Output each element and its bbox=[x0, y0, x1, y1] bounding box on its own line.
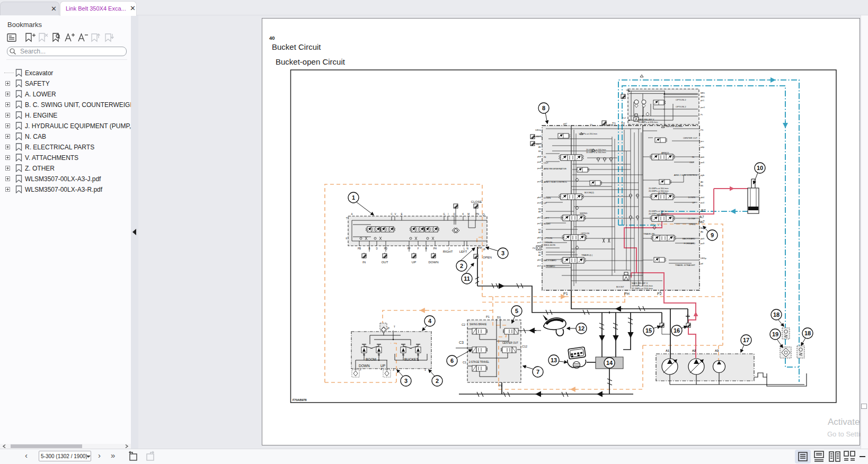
svg-text:A7: A7 bbox=[699, 215, 704, 219]
svg-text:PF: PF bbox=[408, 247, 411, 250]
svg-text:A6: A6 bbox=[701, 181, 704, 183]
svg-text:B7: B7 bbox=[701, 209, 706, 212]
svg-text:20.6MPa at 63L/min: 20.6MPa at 63L/min bbox=[638, 121, 658, 123]
svg-text:17: 17 bbox=[743, 337, 749, 343]
svg-text:RIGHT: RIGHT bbox=[443, 250, 453, 253]
svg-text:pa9: pa9 bbox=[701, 242, 705, 245]
svg-text:C12: C12 bbox=[522, 345, 527, 348]
svg-text:G: G bbox=[443, 213, 445, 216]
svg-text:UP: UP bbox=[412, 261, 416, 264]
svg-text:PH: PH bbox=[433, 247, 437, 250]
svg-text:B6: B6 bbox=[701, 184, 704, 187]
svg-text:BR1: BR1 bbox=[701, 92, 705, 94]
svg-text:pga1: pga1 bbox=[536, 142, 542, 145]
svg-text:P: P bbox=[387, 327, 389, 330]
svg-text:FORWARD: FORWARD bbox=[544, 265, 555, 267]
svg-text:pb9: pb9 bbox=[701, 237, 705, 240]
svg-text:SWING: SWING bbox=[580, 212, 587, 215]
svg-text:pd: pd bbox=[701, 262, 703, 265]
svg-text:AR1: AR1 bbox=[701, 95, 705, 98]
svg-text:TRAVEL(L): TRAVEL(L) bbox=[581, 254, 593, 256]
svg-text:4: 4 bbox=[428, 318, 432, 324]
svg-text:A3: A3 bbox=[715, 349, 719, 352]
svg-text:M: M bbox=[467, 213, 470, 216]
svg-text:DOWN: DOWN bbox=[429, 261, 439, 264]
svg-text:pa7: pa7 bbox=[698, 220, 705, 224]
svg-text:DR3p: DR3p bbox=[701, 257, 706, 260]
svg-text:K: K bbox=[346, 237, 347, 240]
svg-text:F: F bbox=[418, 247, 419, 250]
svg-text:OPTION 2: OPTION 2 bbox=[676, 105, 686, 108]
svg-text:P2: P2 bbox=[657, 292, 662, 296]
svg-text:BUCKET: BUCKET bbox=[404, 358, 418, 361]
svg-text:LEFT: LEFT bbox=[459, 250, 467, 253]
svg-text:pa2: pa2 bbox=[537, 222, 542, 225]
svg-text:P1: P1 bbox=[563, 292, 568, 296]
svg-text:1: 1 bbox=[352, 194, 355, 201]
svg-text:UP: UP bbox=[544, 202, 547, 204]
svg-text:1.0MPa at 20L/min: 1.0MPa at 20L/min bbox=[579, 132, 598, 135]
svg-text:37.2MPa at 210L/min: 37.2MPa at 210L/min bbox=[632, 287, 653, 290]
svg-text:PN: PN bbox=[476, 213, 479, 216]
svg-text:pa4: pa4 bbox=[701, 201, 705, 204]
svg-text:9: 9 bbox=[711, 232, 714, 238]
svg-text:3: 3 bbox=[393, 368, 394, 371]
svg-text:C3: C3 bbox=[459, 341, 464, 344]
svg-text:pb4: pb4 bbox=[701, 196, 705, 199]
svg-text:Pr: Pr bbox=[701, 113, 703, 116]
svg-text:pgb: pgb bbox=[701, 174, 705, 176]
svg-text:O: O bbox=[482, 213, 485, 216]
svg-text:pa6: pa6 bbox=[701, 161, 705, 164]
svg-text:par1: par1 bbox=[701, 106, 705, 109]
svg-text:pa3: pa3 bbox=[537, 180, 542, 183]
svg-text:BOOM(1): BOOM(1) bbox=[658, 192, 668, 194]
svg-text:P0: P0 bbox=[499, 384, 502, 387]
svg-text:LEFT: LEFT bbox=[544, 217, 550, 219]
svg-text:TRAVEL STRAIGHT: TRAVEL STRAIGHT bbox=[675, 264, 696, 266]
svg-text:Bb: Bb bbox=[701, 227, 704, 229]
svg-text:TRAVEL(R): TRAVEL(R) bbox=[643, 233, 655, 235]
svg-text:PP: PP bbox=[478, 246, 482, 249]
svg-text:A2: A2 bbox=[538, 231, 542, 234]
svg-text:IN: IN bbox=[362, 261, 366, 264]
svg-text:CENTER CUT: CENTER CUT bbox=[683, 137, 697, 139]
svg-text:UP: UP bbox=[380, 364, 385, 368]
svg-text:F70AB978: F70AB978 bbox=[293, 398, 307, 401]
svg-text:IN: IN bbox=[692, 156, 694, 158]
svg-text:19: 19 bbox=[772, 331, 778, 337]
svg-text:pga0: pga0 bbox=[536, 135, 542, 137]
svg-text:8: 8 bbox=[542, 105, 545, 111]
svg-text:P3: P3 bbox=[701, 129, 704, 131]
svg-text:EMULSION: EMULSION bbox=[544, 244, 555, 246]
svg-text:RIGHT: RIGHT bbox=[544, 222, 551, 225]
svg-text:2: 2 bbox=[460, 263, 463, 269]
svg-text:T2: T2 bbox=[621, 122, 625, 125]
svg-text:pb1: pb1 bbox=[537, 258, 542, 261]
svg-text:E: E bbox=[401, 213, 402, 216]
svg-text:OPTION 2: OPTION 2 bbox=[676, 99, 686, 101]
svg-text:BACKWARD: BACKWARD bbox=[544, 259, 556, 262]
svg-text:B: B bbox=[368, 247, 370, 250]
svg-text:18: 18 bbox=[804, 330, 811, 336]
svg-text:pa4: pa4 bbox=[537, 167, 542, 169]
svg-text:5: 5 bbox=[515, 308, 518, 314]
svg-text:2: 2 bbox=[360, 368, 361, 371]
svg-text:11: 11 bbox=[464, 275, 470, 282]
svg-text:Tr1: Tr1 bbox=[626, 89, 630, 92]
svg-text:2-STAGE TRAVEL: 2-STAGE TRAVEL bbox=[469, 361, 489, 363]
svg-text:OUT: OUT bbox=[382, 261, 388, 264]
svg-text:OPTION: OPTION bbox=[544, 237, 552, 239]
svg-text:pb2: pb2 bbox=[537, 216, 542, 219]
svg-text:ARM 1 SUB CONTROL: ARM 1 SUB CONTROL bbox=[544, 181, 568, 183]
svg-text:pb8: pb8 bbox=[537, 155, 542, 158]
svg-text:6: 6 bbox=[450, 358, 454, 364]
svg-text:N: N bbox=[466, 247, 468, 250]
svg-text:UP: UP bbox=[692, 201, 695, 204]
svg-text:PD: PD bbox=[384, 247, 388, 250]
svg-text:B5: B5 bbox=[538, 150, 542, 153]
svg-text:pdp: pdp bbox=[701, 146, 705, 148]
svg-text:C2: C2 bbox=[462, 323, 465, 326]
svg-text:A1: A1 bbox=[666, 349, 669, 352]
svg-text:A1: A1 bbox=[538, 254, 542, 256]
svg-text:DR1b: DR1b bbox=[535, 129, 541, 131]
